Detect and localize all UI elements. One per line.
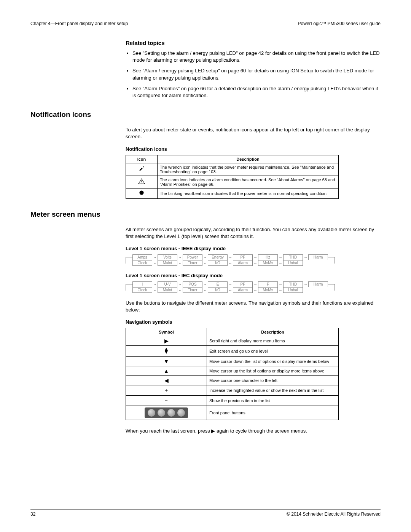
header-left: Chapter 4—Front panel display and meter … xyxy=(30,21,128,26)
cursor-left-icon: ◀ xyxy=(126,376,207,385)
menu-item: Volts xyxy=(158,254,177,260)
menu-item: THD xyxy=(283,254,303,260)
heartbeat-icon xyxy=(126,188,158,198)
menus-outro: When you reach the last screen, press ▶ … xyxy=(126,428,381,435)
minus-icon: － xyxy=(126,396,207,406)
menu-item: I/O xyxy=(208,287,228,293)
menu-item: Hz xyxy=(258,254,278,260)
table-row: ＋ Increase the highlighted value or show… xyxy=(126,385,339,396)
menu-item: Unbal xyxy=(283,287,303,293)
table-row: The wrench icon indicates that the power… xyxy=(126,163,339,176)
menu-item: E xyxy=(208,281,228,287)
notification-table-caption: Notification icons xyxy=(126,146,381,152)
col-symbol: Symbol xyxy=(126,328,207,336)
menu-item: Harm xyxy=(308,254,328,260)
notification-icons-table: Icon Description The wrench icon indicat… xyxy=(126,155,339,199)
table-row: ▼ Move cursor down the list of options o… xyxy=(126,357,339,366)
menu-item: MnMx xyxy=(258,287,278,293)
page-header: Chapter 4—Front panel display and meter … xyxy=(30,21,381,28)
front-panel-buttons-icon xyxy=(126,406,207,420)
exit-up-icon: ▲▼ xyxy=(126,346,207,357)
cursor-down-icon: ▼ xyxy=(126,357,207,366)
menu-item: MnMx xyxy=(258,260,278,266)
menu-item: Amps xyxy=(132,254,152,260)
header-right: PowerLogic™ PM5300 series user guide xyxy=(298,21,381,26)
navigation-symbols-table: Symbol Description ▶ Scroll right and di… xyxy=(126,328,339,420)
menu-item: Timer xyxy=(183,260,202,266)
symbol-description: Exit screen and go up one level xyxy=(207,346,339,357)
list-item: See "Alarm Priorities" on page 66 for a … xyxy=(132,85,381,99)
nav-intro: Use the buttons to navigate the differen… xyxy=(126,300,381,313)
table-row: ▲ Move cursor up the list of options or … xyxy=(126,366,339,376)
related-topics-list: See "Setting up the alarm / energy pulsi… xyxy=(126,50,381,99)
menu-item: Maint xyxy=(158,260,177,266)
menu-item: PQS xyxy=(183,281,202,287)
list-item: See "Alarm / energy pulsing LED setup" o… xyxy=(132,67,381,81)
table-row: － Show the previous item in the list xyxy=(126,396,339,406)
menu-item: Harm xyxy=(308,281,328,287)
page-number: 32 xyxy=(30,511,35,517)
menu-item: U-V xyxy=(158,281,177,287)
menu-item: THD xyxy=(283,281,303,287)
copyright: © 2014 Schneider Electric All Rights Res… xyxy=(287,511,381,517)
iec-caption: Level 1 screen menus - IEC display mode xyxy=(126,273,381,278)
col-description: Description xyxy=(207,328,339,336)
menu-item: Unbal xyxy=(283,260,303,266)
svg-point-2 xyxy=(139,190,143,195)
list-item: See "Setting up the alarm / energy pulsi… xyxy=(132,50,381,64)
table-row: ▶ Scroll right and display more menu ite… xyxy=(126,336,339,346)
icon-description: The alarm icon indicates an alarm condit… xyxy=(158,176,339,188)
menu-item: Clock xyxy=(132,287,152,293)
menu-item: F xyxy=(258,281,278,287)
alarm-icon xyxy=(126,176,158,188)
svg-point-1 xyxy=(141,182,142,183)
symbol-description: Front panel buttons xyxy=(207,406,339,420)
menu-item: PF xyxy=(233,254,253,260)
menu-item: Timer xyxy=(183,287,202,293)
symbol-description: Move cursor up the list of options or di… xyxy=(207,366,339,376)
menu-item: PF xyxy=(233,281,253,287)
cursor-up-icon: ▲ xyxy=(126,366,207,376)
table-row: The blinking heartbeat icon indicates th… xyxy=(126,188,339,198)
icon-description: The wrench icon indicates that the power… xyxy=(158,163,339,176)
table-row: ◀ Move cursor one character to the left xyxy=(126,376,339,385)
menu-item: I/O xyxy=(208,260,228,266)
menus-intro: All meter screens are grouped logically,… xyxy=(126,226,381,240)
ieee-caption: Level 1 screen menus - IEEE display mode xyxy=(126,246,381,251)
symbol-description: Increase the highlighted value or show t… xyxy=(207,385,339,396)
menu-item: I xyxy=(132,281,152,287)
wrench-icon xyxy=(126,163,158,176)
col-icon: Icon xyxy=(126,155,158,163)
symbol-description: Scroll right and display more menu items xyxy=(207,336,339,346)
table-row: The alarm icon indicates an alarm condit… xyxy=(126,176,339,188)
iec-menu-flow: I U-V PQS E PF F THD Harm Clock Maint Ti… xyxy=(126,281,381,293)
symbol-description: Move cursor down the list of options or … xyxy=(207,357,339,366)
table-row: ▲▼ Exit screen and go up one level xyxy=(126,346,339,357)
symbol-description: Show the previous item in the list xyxy=(207,396,339,406)
plus-icon: ＋ xyxy=(126,385,207,396)
menu-item: Alarm xyxy=(233,260,253,266)
menu-item: Power xyxy=(183,254,202,260)
symbol-description: Move cursor one character to the left xyxy=(207,376,339,385)
scroll-right-icon: ▶ xyxy=(126,336,207,346)
related-topics-heading: Related topics xyxy=(126,40,381,46)
icon-description: The blinking heartbeat icon indicates th… xyxy=(158,188,339,198)
menu-item: Clock xyxy=(132,260,152,266)
col-description: Description xyxy=(158,155,339,163)
menu-item: Maint xyxy=(158,287,177,293)
table-row: Front panel buttons xyxy=(126,406,339,420)
ieee-menu-flow: Amps Volts Power Energy PF Hz THD Harm C… xyxy=(126,254,381,266)
menu-item: Alarm xyxy=(233,287,253,293)
notification-intro: To alert you about meter state or events… xyxy=(126,126,381,140)
notification-icons-heading: Notification icons xyxy=(30,110,381,119)
nav-caption: Navigation symbols xyxy=(126,319,381,325)
menu-item: Energy xyxy=(208,254,228,260)
meter-screen-menus-heading: Meter screen menus xyxy=(30,210,381,219)
page-footer: 32 © 2014 Schneider Electric All Rights … xyxy=(30,510,381,517)
